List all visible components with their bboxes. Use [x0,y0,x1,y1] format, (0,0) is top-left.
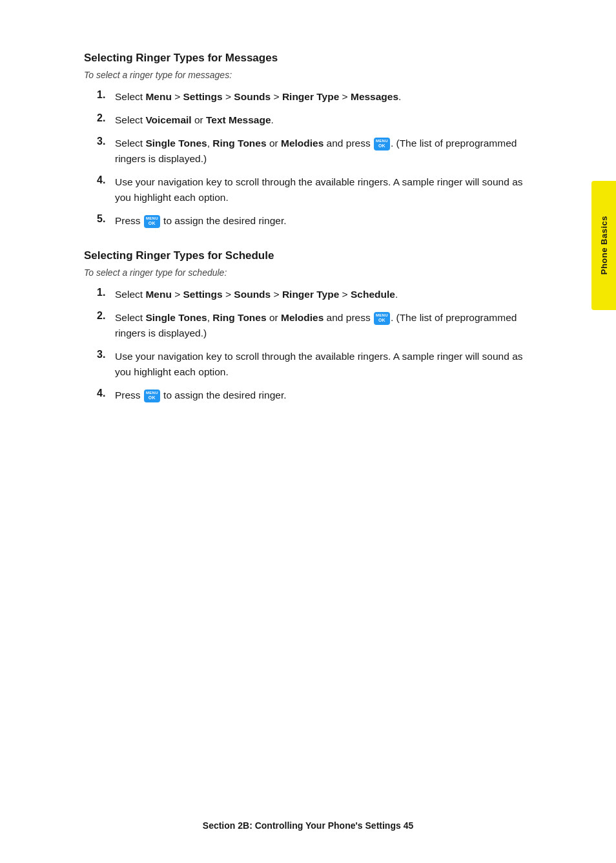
schedule-step-1-content: Select Menu > Settings > Sounds > Ringer… [115,287,539,302]
menu-ok-button-4: MENUOK [144,390,160,402]
messages-step-5: 5. Press MENUOK to assign the desired ri… [97,213,539,229]
messages-step-1-content: Select Menu > Settings > Sounds > Ringer… [115,89,539,105]
page-container: Phone Basics Selecting Ringer Types for … [0,0,616,863]
schedule-step-number-1: 1. [97,287,115,298]
schedule-step-number-3: 3. [97,349,115,360]
side-tab-label: Phone Basics [599,216,609,275]
menu-ok-button-1: MENUOK [374,138,390,151]
section-schedule-heading: Selecting Ringer Types for Schedule [84,249,539,262]
page-footer: Section 2B: Controlling Your Phone's Set… [0,820,616,831]
menu-ok-button-3: MENUOK [374,312,390,325]
footer-text: Section 2B: Controlling Your Phone's Set… [203,820,413,831]
section-messages: Selecting Ringer Types for Messages To s… [84,52,539,229]
messages-step-4: 4. Use your navigation key to scroll thr… [97,174,539,205]
schedule-step-number-2: 2. [97,310,115,322]
step-number-3: 3. [97,136,115,147]
messages-step-3: 3. Select Single Tones, Ring Tones or Me… [97,136,539,167]
section-messages-intro: To select a ringer type for messages: [84,70,539,80]
step-number-2: 2. [97,112,115,124]
messages-step-4-content: Use your navigation key to scroll throug… [115,174,539,205]
section-messages-heading: Selecting Ringer Types for Messages [84,52,539,65]
schedule-steps-list: 1. Select Menu > Settings > Sounds > Rin… [97,287,539,403]
schedule-step-3-content: Use your navigation key to scroll throug… [115,349,539,380]
messages-steps-list: 1. Select Menu > Settings > Sounds > Rin… [97,89,539,229]
step-number-5: 5. [97,213,115,225]
schedule-step-1: 1. Select Menu > Settings > Sounds > Rin… [97,287,539,302]
side-tab: Phone Basics [591,181,616,310]
messages-step-5-content: Press MENUOK to assign the desired ringe… [115,213,539,229]
section-schedule: Selecting Ringer Types for Schedule To s… [84,249,539,403]
messages-step-3-content: Select Single Tones, Ring Tones or Melod… [115,136,539,167]
schedule-step-4-content: Press MENUOK to assign the desired ringe… [115,388,539,403]
menu-ok-button-2: MENUOK [144,215,160,228]
messages-step-1: 1. Select Menu > Settings > Sounds > Rin… [97,89,539,105]
messages-step-2: 2. Select Voicemail or Text Message. [97,112,539,128]
messages-step-2-content: Select Voicemail or Text Message. [115,112,539,128]
step-number-1: 1. [97,89,115,101]
schedule-step-2-content: Select Single Tones, Ring Tones or Melod… [115,310,539,341]
schedule-step-number-4: 4. [97,388,115,399]
section-schedule-intro: To select a ringer type for schedule: [84,267,539,278]
schedule-step-3: 3. Use your navigation key to scroll thr… [97,349,539,380]
schedule-step-4: 4. Press MENUOK to assign the desired ri… [97,388,539,403]
schedule-step-2: 2. Select Single Tones, Ring Tones or Me… [97,310,539,341]
step-number-4: 4. [97,174,115,186]
